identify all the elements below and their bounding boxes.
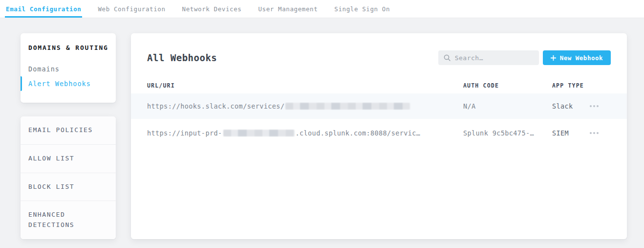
app-type-cell: SIEM [552, 129, 590, 137]
sidebar-item-enhanced-detections[interactable]: ENHANCED DETECTIONS [21, 201, 116, 239]
column-header-auth-code: AUTH CODE [463, 82, 552, 89]
tab-network-devices[interactable]: Network Devices [181, 0, 243, 18]
table-row[interactable]: https://hooks.slack.com/services/ N/A Sl… [131, 93, 627, 119]
sidebar: DOMAINS & ROUTING Domains Alert Webhooks… [21, 33, 116, 239]
search-input[interactable] [438, 50, 539, 65]
domains-routing-card: DOMAINS & ROUTING Domains Alert Webhooks [21, 33, 116, 103]
redacted-blur [223, 130, 295, 136]
panel-header: All Webhooks New Webhook [147, 50, 611, 65]
new-webhook-button[interactable]: New Webhook [543, 50, 611, 65]
webhooks-panel: All Webhooks New Webhook [131, 33, 627, 239]
webhooks-table: URL/URI AUTH CODE APP TYPE https://hooks… [147, 78, 611, 147]
column-header-url: URL/URI [147, 82, 463, 89]
webhook-url-suffix: .cloud.splunk.com:8088/servic… [296, 129, 421, 137]
routing-card-title: DOMAINS & ROUTING [28, 44, 108, 51]
app-type-cell: Slack [552, 102, 590, 110]
webhook-url-prefix: https://hooks.slack.com/services/ [147, 102, 284, 110]
sidebar-item-alert-webhooks[interactable]: Alert Webhooks [28, 76, 108, 91]
tab-web-configuration[interactable]: Web Configuration [97, 0, 166, 18]
search-icon [443, 54, 451, 62]
page-title: All Webhooks [147, 52, 217, 63]
webhook-url-prefix: https://input-prd- [147, 129, 222, 137]
sidebar-sections-card: EMAIL POLICIES ALLOW LIST BLOCK LIST ENH… [21, 116, 116, 239]
table-header-row: URL/URI AUTH CODE APP TYPE [147, 78, 611, 93]
sidebar-item-allow-list[interactable]: ALLOW LIST [21, 145, 116, 173]
sidebar-item-domains[interactable]: Domains [28, 62, 108, 76]
table-row[interactable]: https://input-prd- .cloud.splunk.com:808… [131, 119, 627, 147]
top-navigation: Email Configuration Web Configuration Ne… [0, 0, 644, 18]
column-header-app-type: APP TYPE [552, 82, 590, 89]
sidebar-item-email-policies[interactable]: EMAIL POLICIES [21, 116, 116, 145]
auth-code-cell: Splunk 9c5bc475-… [463, 129, 552, 137]
page-content: DOMAINS & ROUTING Domains Alert Webhooks… [0, 18, 644, 239]
tab-user-management[interactable]: User Management [257, 0, 319, 18]
redacted-blur [285, 103, 410, 110]
new-webhook-button-label: New Webhook [560, 54, 603, 62]
search-box [438, 50, 539, 65]
tab-email-configuration[interactable]: Email Configuration [5, 0, 82, 18]
row-actions-menu-icon[interactable] [590, 105, 601, 107]
webhook-url-cell: https://input-prd- .cloud.splunk.com:808… [147, 129, 463, 137]
tab-single-sign-on[interactable]: Single Sign On [333, 0, 391, 18]
auth-code-cell: N/A [463, 102, 552, 110]
plus-icon [551, 55, 556, 61]
sidebar-item-block-list[interactable]: BLOCK LIST [21, 173, 116, 202]
row-actions-menu-icon[interactable] [590, 132, 601, 134]
header-actions: New Webhook [438, 50, 611, 65]
webhook-url-cell: https://hooks.slack.com/services/ [147, 102, 463, 110]
